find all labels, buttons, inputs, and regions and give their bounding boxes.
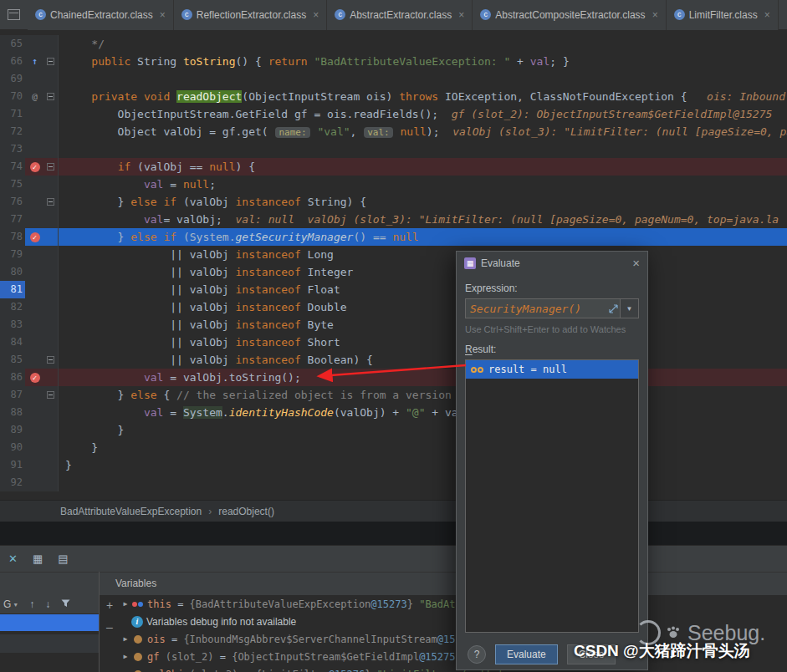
thread-selector[interactable]: G▼ xyxy=(3,598,18,610)
line-number[interactable]: 83 xyxy=(0,316,25,333)
override-marker-icon[interactable]: ↑ xyxy=(32,53,38,70)
editor-tab[interactable]: cAbstractCompositeExtractor.class× xyxy=(473,0,666,30)
result-row[interactable]: result = null xyxy=(466,360,638,379)
close-tab-icon[interactable]: × xyxy=(160,9,166,21)
close-tab-icon[interactable]: × xyxy=(458,9,464,21)
editor-tab[interactable]: cAbstractExtractor.class× xyxy=(327,0,473,30)
code-token: "BadAttributeValueException: " xyxy=(314,55,510,68)
close-tab-icon[interactable]: × xyxy=(652,9,658,21)
line-number[interactable]: 69 xyxy=(0,70,25,88)
tab-variables[interactable]: Variables xyxy=(115,578,156,589)
line-number[interactable]: 76 xyxy=(0,193,25,211)
editor-tab[interactable]: cLimitFilter.class× xyxy=(667,0,779,30)
line-number[interactable]: 84 xyxy=(0,333,25,351)
evaluate-button[interactable]: Evaluate xyxy=(495,644,558,664)
code-token: || valObj xyxy=(65,301,236,313)
code-line: 89 } xyxy=(0,421,787,439)
debug-panel-tabs: Variables xyxy=(0,572,787,595)
line-number[interactable]: 88 xyxy=(0,404,25,421)
variable-token: } xyxy=(407,598,419,610)
line-number[interactable]: 81 xyxy=(0,281,25,298)
line-number[interactable]: 85 xyxy=(0,351,25,369)
line-number[interactable]: 71 xyxy=(0,105,25,123)
line-number[interactable]: 92 xyxy=(0,474,25,491)
line-number[interactable]: 72 xyxy=(0,123,25,140)
filter-icon[interactable] xyxy=(61,598,70,610)
code-line: 88 val = System.identityHashCode(valObj)… xyxy=(0,404,787,421)
expand-arrow-icon[interactable]: ▶ xyxy=(120,653,131,660)
variable-row[interactable]: ▶this = {BadAttributeValueExpException@1… xyxy=(120,595,787,613)
result-tree[interactable]: result = null xyxy=(465,359,639,633)
close-tab-icon[interactable]: × xyxy=(313,9,319,21)
var-icon xyxy=(131,669,144,672)
help-button[interactable]: ? xyxy=(468,645,486,664)
fold-icon[interactable] xyxy=(47,391,54,399)
code-line: 82 || valObj instanceof Double xyxy=(0,298,787,316)
debugger-icon[interactable]: ✕ xyxy=(8,552,18,565)
code-editor[interactable]: 65 */66↑ public String toString() { retu… xyxy=(0,30,787,500)
line-number[interactable]: 65 xyxy=(0,35,25,53)
variable-token: valObj xyxy=(147,669,190,672)
expand-editor-icon[interactable] xyxy=(606,304,620,313)
editor-windows-icon[interactable] xyxy=(8,9,20,20)
layout-icon[interactable]: ▤ xyxy=(58,552,68,565)
frame-up-icon[interactable]: ↑ xyxy=(29,598,34,610)
line-number[interactable]: 75 xyxy=(0,176,25,193)
code-line: 86✓ val = valObj.toString(); xyxy=(0,369,787,386)
breadcrumb-method[interactable]: readObject() xyxy=(218,506,274,517)
line-number[interactable]: 86 xyxy=(0,369,25,386)
code-token: || valObj xyxy=(65,336,236,349)
fold-icon[interactable] xyxy=(47,93,54,100)
add-watch-icon[interactable]: + xyxy=(106,598,113,612)
fold-icon[interactable] xyxy=(47,356,54,364)
line-number[interactable]: 66 xyxy=(0,53,25,70)
class-file-icon: c xyxy=(35,9,46,20)
editor-tab[interactable]: cChainedExtractor.class× xyxy=(28,0,174,30)
code-line: 79 || valObj instanceof Long xyxy=(0,246,787,263)
code-line: 91} xyxy=(0,456,787,474)
grid-icon[interactable]: ▦ xyxy=(33,552,43,565)
frame-row[interactable] xyxy=(0,634,99,653)
selected-frame-row[interactable] xyxy=(0,614,99,631)
line-number[interactable]: 91 xyxy=(0,456,25,474)
breakpoint-icon[interactable]: ✓ xyxy=(30,373,40,383)
close-tab-icon[interactable]: × xyxy=(764,9,770,21)
breadcrumb-class[interactable]: BadAttributeValueExpException xyxy=(60,506,202,517)
code-token: (valObj xyxy=(183,196,236,208)
fold-icon[interactable] xyxy=(47,198,54,206)
line-number[interactable]: 77 xyxy=(0,211,25,228)
line-number[interactable]: 82 xyxy=(0,298,25,316)
line-number[interactable]: 90 xyxy=(0,439,25,456)
line-number[interactable]: 79 xyxy=(0,246,25,263)
chevron-down-icon[interactable]: ▼ xyxy=(620,299,638,318)
code-token: IOException, ClassNotFoundException { xyxy=(445,90,687,103)
line-number[interactable]: 87 xyxy=(0,386,25,404)
fold-icon[interactable] xyxy=(47,163,54,171)
remove-watch-icon[interactable]: – xyxy=(106,620,113,634)
code-line: 92 xyxy=(0,474,787,491)
expand-arrow-icon[interactable]: ▶ xyxy=(120,635,131,643)
variable-token: (slot_2) xyxy=(166,651,214,663)
line-number[interactable]: 74 xyxy=(0,158,25,176)
frames-toolbar: G▼ ↑ ↓ xyxy=(0,595,99,613)
expand-arrow-icon[interactable]: ▶ xyxy=(120,600,131,608)
breakpoint-icon[interactable]: ✓ xyxy=(30,232,40,242)
dialog-titlebar[interactable]: ▦ Evaluate × xyxy=(457,252,647,275)
breakpoint-icon[interactable]: ✓ xyxy=(30,162,40,172)
code-token: instanceof xyxy=(236,301,308,313)
at-marker-icon[interactable]: @ xyxy=(32,88,38,105)
line-number[interactable]: 80 xyxy=(0,263,25,281)
line-number[interactable]: 89 xyxy=(0,421,25,439)
variable-row[interactable]: ▶valObj (slot_3) = {LimitFilter@15276} "… xyxy=(120,665,787,672)
expression-input[interactable]: SecurityManager() xyxy=(466,303,606,315)
close-icon[interactable]: × xyxy=(632,257,640,269)
line-number[interactable]: 78 xyxy=(0,228,25,246)
code-token: return xyxy=(268,55,314,68)
frame-down-icon[interactable]: ↓ xyxy=(45,598,50,610)
fold-icon[interactable] xyxy=(47,58,54,65)
editor-tab[interactable]: cReflectionExtractor.class× xyxy=(174,0,327,30)
expression-combobox[interactable]: SecurityManager() ▼ xyxy=(465,298,639,318)
line-number[interactable]: 70 xyxy=(0,88,25,105)
code-token: val xyxy=(144,371,170,384)
line-number[interactable]: 73 xyxy=(0,140,25,158)
